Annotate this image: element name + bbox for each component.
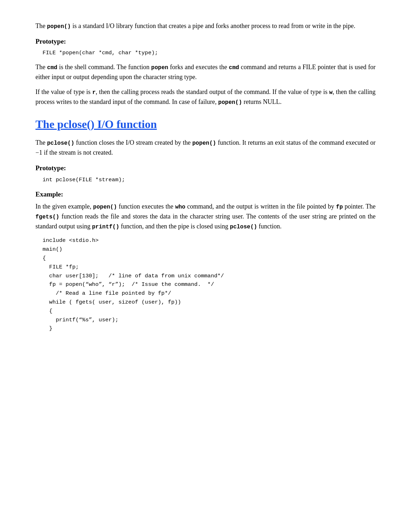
fp-code: fp	[336, 204, 343, 210]
pclose-code-1: pclose()	[47, 140, 74, 146]
intro-para3: If the value of type is r, then the call…	[35, 87, 376, 107]
prototype-code-2: int pclose(FILE *stream);	[35, 176, 376, 184]
pclose-inline-code: pclose()	[230, 224, 257, 230]
cmd-code-1: cmd	[47, 65, 57, 71]
cmd-code-2: cmd	[229, 65, 239, 71]
w-code: w	[329, 89, 333, 96]
printf-code: printf()	[92, 224, 120, 230]
r-code: r	[92, 89, 96, 96]
fgets-code: fgets()	[35, 214, 59, 220]
popen-code-1: popen()	[47, 23, 71, 30]
page-content: The popen() is a standard I/O library fu…	[35, 21, 376, 333]
example-para: In the given example, popen() function e…	[35, 202, 376, 232]
example-heading: Example:	[35, 189, 376, 199]
example-code-block: include <stdio.h> main() { FILE *fp; cha…	[35, 236, 376, 333]
prototype-heading-1: Prototype:	[35, 36, 376, 46]
popen-null-code: popen()	[218, 99, 242, 106]
pclose-section-heading: The pclose() I/O function	[35, 116, 376, 133]
popen-code-2: popen	[151, 65, 168, 71]
popen-example-code: popen()	[93, 204, 117, 210]
intro-para2: The cmd is the shell command. The functi…	[35, 62, 376, 82]
popen-code-3: popen()	[192, 140, 216, 146]
who-code: who	[175, 204, 185, 210]
prototype-code-1: FILE *popen(char *cmd, char *type);	[35, 49, 376, 57]
pclose-para1: The pclose() function closes the I/O str…	[35, 138, 376, 158]
intro-para1: The popen() is a standard I/O library fu…	[35, 21, 376, 31]
prototype-heading-2: Prototype:	[35, 163, 376, 173]
